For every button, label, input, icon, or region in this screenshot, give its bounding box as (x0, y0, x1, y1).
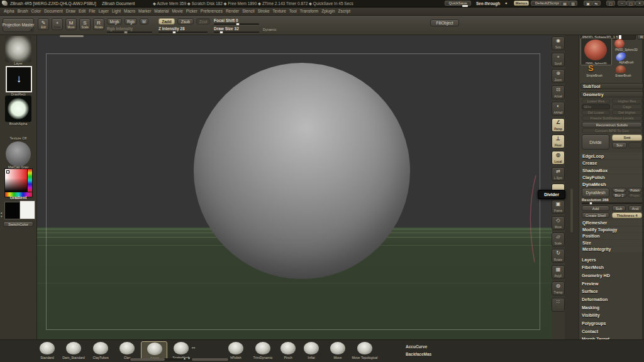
section-header[interactable]: Contact (582, 329, 643, 334)
section-header[interactable]: EdgeLoop (580, 153, 643, 159)
thickness-slider[interactable]: Thickness 4 (612, 212, 642, 218)
draw-size-slider[interactable]: Draw Size 32 (214, 26, 259, 33)
tray-scrollbar[interactable] (129, 358, 230, 361)
shelf-button-local[interactable]: ◎ Local (552, 151, 565, 165)
freeze-subdivision-button[interactable]: Freeze SubDivision Levels (582, 116, 642, 121)
shelf-button-floor[interactable]: ⊥ Floor (552, 134, 565, 148)
section-header[interactable]: Geometry HD (582, 273, 643, 278)
focal-shift-slider[interactable]: Focal Shift 0 (214, 18, 259, 25)
section-header[interactable]: FiberMesh (582, 265, 643, 270)
restore-button[interactable]: ▢ (626, 1, 635, 6)
m-button[interactable]: M (140, 18, 148, 25)
switch-color-button[interactable]: SwitchColor (3, 221, 33, 227)
rgb-intensity-slider[interactable]: Rgb Intensity (107, 26, 152, 33)
reconstruct-subdiv-button[interactable]: Reconstruct Subdiv (582, 122, 642, 128)
dynamesh-blur-slider[interactable]: Blur 2 (612, 193, 626, 197)
menu-item[interactable]: Document (44, 9, 63, 13)
sphere3d-model[interactable] (194, 63, 410, 279)
default-zscript-button[interactable]: DefaultZScript (531, 1, 564, 6)
panel-divider-handle[interactable] (570, 189, 573, 233)
shelf-button-dots[interactable]: ∷ (552, 298, 565, 312)
close-button[interactable]: × (635, 1, 644, 6)
subtool-section-header[interactable]: SubTool (580, 83, 643, 89)
mode-button-scale[interactable]: S Scale (79, 18, 91, 30)
convert-bpr-button[interactable]: Convert BPR To Geo (582, 128, 642, 133)
stroke-thumbnail[interactable]: ↓ (6, 66, 32, 92)
shelf-button-rotate[interactable]: ↻ Rotate (552, 249, 565, 263)
section-header[interactable]: ShadowBox (580, 167, 643, 173)
mode-button-move[interactable]: M Move (65, 18, 77, 30)
panel-divider[interactable] (565, 35, 579, 339)
active-tool-thumbnail[interactable]: PM3D_Sphere3D (580, 38, 612, 65)
titlebar-panel-icon[interactable]: ▤ (560, 1, 569, 6)
menu-item[interactable]: Texture (273, 9, 286, 13)
recent-tool-simplebrush-icon[interactable]: S (588, 63, 594, 73)
menu-item[interactable]: Render (226, 9, 239, 13)
menu-item[interactable]: Stencil (242, 9, 255, 13)
menu-item[interactable]: Tool (289, 9, 297, 13)
color-picker[interactable] (4, 168, 33, 197)
current-brush-thumbnail[interactable] (5, 36, 31, 62)
del-higher-button[interactable]: Del Higher (612, 110, 642, 115)
titlebar-panel-icon[interactable]: ▥ (569, 1, 577, 6)
gradient-label[interactable]: Gradient (0, 195, 36, 200)
zadd-button[interactable]: Zadd (158, 18, 175, 25)
menu-item[interactable]: Brush (18, 9, 28, 13)
titlebar-panel-icon[interactable]: ▢ (606, 1, 615, 6)
dynamesh-group-toggle[interactable]: Group (612, 188, 626, 192)
sdiv-slider[interactable]: SDiv (582, 104, 610, 109)
section-header[interactable]: Polygroups (582, 321, 643, 326)
section-header[interactable]: QRemesher (580, 220, 643, 226)
section-header[interactable]: Surface (582, 289, 643, 294)
zsub-button[interactable]: Zsub (177, 18, 194, 25)
tray-resize-handle[interactable] (60, 35, 84, 37)
dynamesh-and-button[interactable]: And (628, 206, 642, 211)
shelf-button-lsym[interactable]: ⇄ L.Sym (552, 167, 565, 181)
resolution-handle[interactable] (589, 202, 592, 205)
section-header[interactable]: Crease (580, 160, 643, 167)
shelf-button-move[interactable]: ◇ Move (552, 216, 565, 230)
shelf-button-scale[interactable]: ▱ Scale (552, 233, 565, 246)
shelf-button-polyf[interactable]: ▦ PolyF (552, 265, 565, 279)
brush-move-topological[interactable]: Move Topological (352, 341, 378, 360)
create-shell-button[interactable]: Create Shell (582, 212, 609, 218)
shelf-button-solo[interactable]: ◉ Solo (552, 36, 565, 50)
section-header[interactable]: ClayPolish (580, 175, 643, 181)
section-header[interactable]: Size (580, 240, 643, 246)
shelf-button-zoom[interactable]: ⊕ Zoom (552, 69, 565, 83)
backfacemask-label[interactable]: BackfaceMas (406, 352, 431, 356)
mode-button-edit[interactable]: ✎ Edit (38, 18, 49, 30)
projection-master-button[interactable]: Projection Master (3, 18, 34, 32)
tray-scroll-arrows[interactable]: ▲▼ (183, 356, 192, 360)
menu-item[interactable]: Movie (172, 9, 182, 13)
shelf-button-persp[interactable]: ∠ Persp (552, 118, 565, 132)
main-color-swatch[interactable] (4, 202, 21, 219)
section-header[interactable]: Layers (582, 257, 643, 262)
shelf-button-actual[interactable]: ⊡ Actual (552, 85, 565, 99)
mode-button-draw[interactable]: + Draw (52, 18, 63, 30)
smt-toggle[interactable]: Smt (612, 134, 642, 141)
higher-res-button[interactable]: Higher Res (612, 99, 642, 104)
section-header[interactable]: Preview (582, 281, 643, 286)
see-through-handle[interactable] (462, 5, 468, 7)
menu-item[interactable]: Zplugin (321, 9, 335, 13)
resolution-slider[interactable]: Resolution 288 (582, 198, 642, 204)
suv-toggle[interactable]: Suv (612, 142, 627, 148)
menu-item[interactable]: Alpha (4, 9, 14, 13)
titlebar-panel-icon[interactable]: ▣ (584, 1, 592, 6)
hue-strip-vertical[interactable] (28, 169, 32, 192)
secondary-color-swatch[interactable] (19, 200, 35, 219)
mode-button-rotate[interactable]: R Rotate (93, 18, 104, 30)
section-header[interactable]: Position (580, 233, 643, 239)
menu-item[interactable]: Material (154, 9, 169, 13)
zcut-button[interactable]: Zcut (196, 18, 210, 25)
section-header[interactable]: Deformation (582, 297, 643, 302)
mrgb-button[interactable]: Mrgb (107, 18, 122, 25)
shelf-button-transp[interactable]: ◍ Transp (552, 282, 565, 295)
shelf-button-aahalf[interactable]: ◐ AAHalf (552, 102, 565, 116)
texture-label[interactable]: Texture Off (0, 136, 36, 140)
menu-item[interactable]: Preferences (201, 9, 223, 13)
menu-item[interactable]: File (89, 9, 95, 13)
section-header[interactable]: Modify Topology (580, 227, 643, 233)
menu-item[interactable]: Color (31, 9, 42, 13)
